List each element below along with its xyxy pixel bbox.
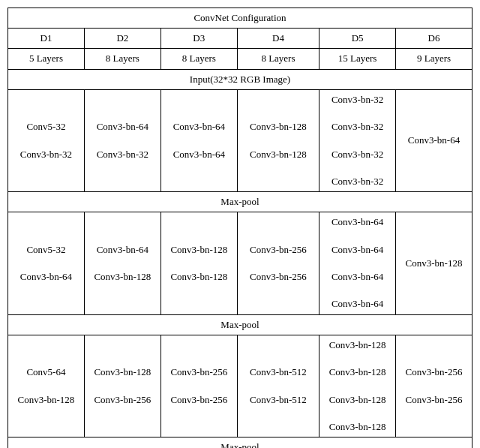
- block2-d1: Conv5-32 Conv3-bn-64: [8, 212, 85, 314]
- block2-d2: Conv3-bn-64 Conv3-bn-128: [84, 212, 160, 314]
- block3-d2: Conv3-bn-128 Conv3-bn-256: [84, 335, 160, 437]
- block1-d4: Conv3-bn-128 Conv3-bn-128: [237, 89, 319, 191]
- block3-d5: Conv3-bn-128 Conv3-bn-128 Conv3-bn-128 C…: [320, 335, 396, 437]
- maxpool-2: Max-pool: [8, 314, 472, 335]
- col-header-d5: D5: [320, 29, 396, 49]
- layers-d4: 8 Layers: [237, 49, 319, 69]
- col-header-d1: D1: [8, 29, 85, 49]
- col-header-d6: D6: [396, 29, 472, 49]
- block2-d5: Conv3-bn-64 Conv3-bn-64 Conv3-bn-64 Conv…: [320, 212, 396, 314]
- block2-d4: Conv3-bn-256 Conv3-bn-256: [237, 212, 319, 314]
- layers-d6: 9 Layers: [396, 49, 472, 69]
- block3-d4: Conv3-bn-512 Conv3-bn-512: [237, 335, 319, 437]
- col-header-d4: D4: [237, 29, 319, 49]
- block1-d2: Conv3-bn-64 Conv3-bn-32: [84, 89, 160, 191]
- input-label: Input(32*32 RGB Image): [8, 69, 472, 89]
- maxpool-3: Max-pool: [8, 437, 472, 448]
- block1-d1: Conv5-32 Conv3-bn-32: [8, 89, 85, 191]
- block3-d3: Conv3-bn-256 Conv3-bn-256: [160, 335, 237, 437]
- block1-d6: Conv3-bn-64: [396, 89, 472, 191]
- block3-d1: Conv5-64 Conv3-bn-128: [8, 335, 85, 437]
- block1-d3: Conv3-bn-64 Conv3-bn-64: [160, 89, 237, 191]
- block2-d3: Conv3-bn-128 Conv3-bn-128: [160, 212, 237, 314]
- layers-d1: 5 Layers: [8, 49, 85, 69]
- block3-d6: Conv3-bn-256 Conv3-bn-256: [396, 335, 472, 437]
- layers-d5: 15 Layers: [320, 49, 396, 69]
- col-header-d3: D3: [160, 29, 237, 49]
- col-header-d2: D2: [84, 29, 160, 49]
- maxpool-1: Max-pool: [8, 192, 472, 212]
- layers-d3: 8 Layers: [160, 49, 237, 69]
- block2-d6: Conv3-bn-128: [396, 212, 472, 314]
- convnet-table: ConvNet Configuration D1 D2 D3 D4 D5 D6 …: [8, 8, 472, 448]
- table-title: ConvNet Configuration: [8, 8, 472, 29]
- block1-d5: Conv3-bn-32 Conv3-bn-32 Conv3-bn-32 Conv…: [320, 89, 396, 191]
- layers-d2: 8 Layers: [84, 49, 160, 69]
